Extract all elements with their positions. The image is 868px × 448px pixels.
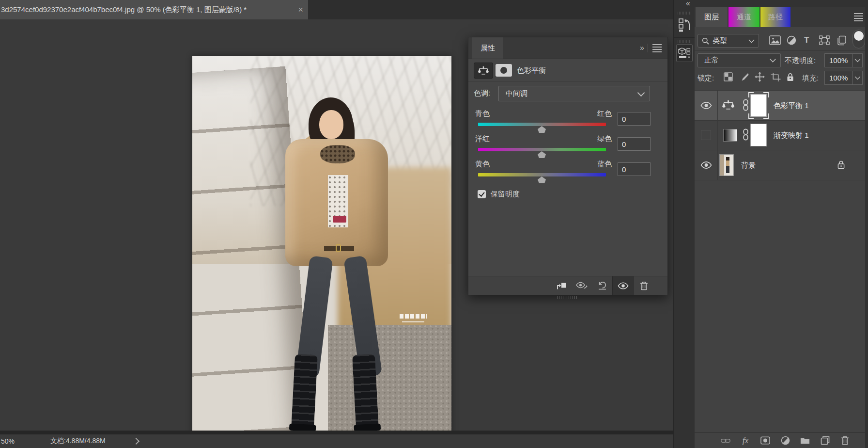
background-layer-thumbnail[interactable]: [719, 154, 734, 176]
blend-mode-value: 正常: [704, 56, 719, 65]
panel-menu-icon[interactable]: [652, 44, 662, 52]
layer-filtering-toggle[interactable]: [852, 30, 865, 48]
magenta-green-slider-row: 洋红 绿色 0: [475, 134, 655, 160]
zoom-level[interactable]: 50%: [1, 437, 15, 445]
document-size-info: 文档:4.88M/4.88M: [50, 437, 106, 446]
opacity-input[interactable]: 100%: [824, 53, 852, 67]
clip-to-layer-button[interactable]: [551, 276, 572, 295]
layer-name[interactable]: 背景: [741, 160, 756, 170]
panel-resize-grip[interactable]: [557, 296, 578, 299]
horizontal-scrollbar-track[interactable]: [0, 431, 673, 434]
color-balance-icon: [474, 63, 493, 79]
chevron-down-icon: [748, 37, 754, 43]
gradient-map-layer-thumbnail[interactable]: [723, 129, 737, 142]
divider: [674, 9, 695, 9]
add-layer-mask-icon[interactable]: [760, 436, 770, 445]
document-canvas-photo[interactable]: [192, 56, 451, 444]
fill-dropdown-button[interactable]: [852, 71, 863, 85]
magenta-green-slider-thumb[interactable]: [538, 151, 546, 158]
new-group-folder-icon[interactable]: [800, 436, 810, 445]
status-chevron-icon[interactable]: [133, 438, 140, 445]
filter-pixel-layers-icon[interactable]: [769, 35, 781, 45]
fill-input[interactable]: 100%: [824, 71, 852, 85]
collapse-dock-icon[interactable]: «: [686, 0, 690, 8]
layer-filter-type-select[interactable]: 类型: [698, 34, 759, 48]
lock-artboard-icon[interactable]: [771, 72, 781, 82]
close-icon[interactable]: ×: [298, 5, 303, 14]
lock-all-icon[interactable]: [787, 73, 794, 81]
visibility-off-box[interactable]: [701, 130, 711, 140]
filter-smart-objects-icon[interactable]: [837, 35, 847, 46]
divider: [674, 37, 695, 38]
collapse-panel-icon[interactable]: »: [640, 44, 643, 52]
yellow-blue-slider-track[interactable]: [478, 173, 606, 176]
history-panel-button[interactable]: [677, 16, 692, 33]
cyan-red-slider-track[interactable]: [478, 123, 606, 126]
cyan-red-slider-row: 青色 红色 0: [475, 109, 655, 134]
yellow-blue-slider-thumb[interactable]: [538, 176, 546, 183]
layer-style-fx-icon[interactable]: fx: [741, 436, 750, 446]
yellow-blue-value-input[interactable]: 0: [618, 162, 651, 176]
layer-mask-thumbnail-selected[interactable]: [748, 92, 769, 119]
link-layers-icon[interactable]: [721, 438, 730, 444]
3d-panel-button[interactable]: [676, 44, 693, 62]
preserve-luminosity-checkbox[interactable]: [478, 190, 486, 198]
filter-shape-layers-icon[interactable]: [819, 35, 830, 45]
cyan-red-slider-thumb[interactable]: [538, 126, 546, 133]
reset-button[interactable]: [592, 276, 612, 295]
mask-link-icon[interactable]: [743, 128, 749, 142]
layers-panel-group: 图层 通道 路径 类型 T 正常: [695, 0, 868, 448]
panel-dock-strip: «: [673, 0, 695, 448]
delete-adjustment-button[interactable]: [634, 276, 654, 295]
divider: [648, 44, 648, 52]
tone-label: 色调:: [474, 89, 490, 98]
status-bar: 50% 文档:4.88M/4.88M: [0, 434, 673, 448]
tab-paths[interactable]: 路径: [760, 7, 790, 27]
layer-row-background[interactable]: 背景: [695, 150, 865, 180]
layer-row-color-balance[interactable]: 色彩平衡 1: [695, 90, 865, 121]
dock-drag-grip[interactable]: [678, 40, 691, 43]
layer-row-gradient-map[interactable]: 渐变映射 1: [695, 120, 865, 150]
chevron-down-icon: [637, 89, 645, 96]
document-tab-title: 3d2574cef0d92370e2acf404b7bec0f4.jpg @ 5…: [1, 5, 295, 15]
cyan-red-value-input[interactable]: 0: [618, 112, 651, 126]
document-tab[interactable]: 3d2574cef0d92370e2acf404b7bec0f4.jpg @ 5…: [0, 0, 308, 19]
tone-select[interactable]: 中间调: [498, 86, 650, 101]
blend-mode-select[interactable]: 正常: [698, 53, 781, 67]
new-adjustment-layer-icon[interactable]: [780, 436, 790, 445]
lock-transparency-icon[interactable]: [724, 72, 733, 81]
toggle-visibility-button[interactable]: [612, 276, 634, 295]
new-layer-icon[interactable]: [820, 436, 830, 445]
properties-panel: 属性 » 色彩平衡 色调: 中间调 青色 红色 0: [468, 37, 668, 295]
magenta-green-slider-track[interactable]: [478, 148, 606, 151]
dock-drag-grip[interactable]: [678, 12, 691, 15]
tab-layers[interactable]: 图层: [696, 7, 728, 27]
tab-properties[interactable]: 属性: [472, 37, 503, 59]
opacity-dropdown-button[interactable]: [852, 53, 863, 67]
layer-name[interactable]: 渐变映射 1: [774, 130, 809, 140]
view-previous-state-button[interactable]: [572, 276, 592, 295]
panel-tabs: 图层 通道 路径: [695, 7, 868, 27]
layer-lock-icon[interactable]: [837, 160, 845, 170]
visibility-cell[interactable]: [695, 91, 718, 120]
visibility-cell[interactable]: [695, 120, 718, 150]
panel-menu-icon[interactable]: [854, 13, 863, 21]
properties-panel-header[interactable]: 属性 »: [468, 37, 667, 59]
tone-select-value: 中间调: [506, 89, 527, 98]
tab-channels[interactable]: 通道: [728, 7, 760, 27]
lock-pixels-brush-icon[interactable]: [739, 72, 749, 82]
lock-position-move-icon[interactable]: [755, 72, 765, 82]
filter-adjustment-layers-icon[interactable]: [787, 35, 796, 45]
layer-name[interactable]: 色彩平衡 1: [774, 101, 809, 110]
search-icon: [702, 37, 709, 45]
magenta-green-value-input[interactable]: 0: [618, 137, 651, 151]
layer-mask-thumbnail[interactable]: [750, 124, 767, 146]
eye-icon: [700, 102, 712, 109]
visibility-cell[interactable]: [695, 150, 718, 180]
layer-mask-icon[interactable]: [496, 64, 512, 77]
chevron-down-icon: [770, 56, 775, 62]
filter-type-layers-icon[interactable]: T: [804, 35, 809, 45]
yellow-blue-slider-row: 黄色 蓝色 0: [475, 160, 655, 185]
layers-bottom-bar: fx: [695, 432, 868, 448]
delete-layer-icon[interactable]: [840, 436, 850, 445]
